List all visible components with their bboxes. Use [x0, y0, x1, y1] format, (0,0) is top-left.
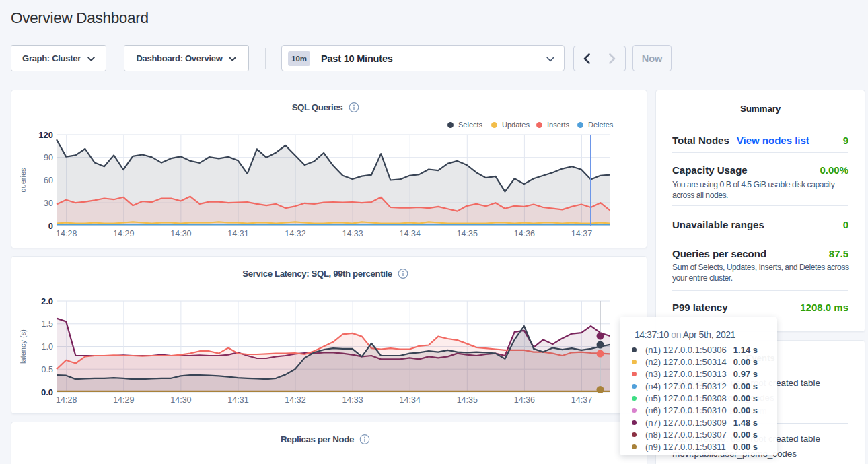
svg-text:60: 60 [44, 176, 53, 185]
svg-text:14:28: 14:28 [56, 395, 77, 405]
svg-text:14:34: 14:34 [400, 229, 421, 238]
svg-text:0.5: 0.5 [42, 365, 53, 374]
svg-text:14:31: 14:31 [227, 395, 248, 405]
svg-text:14:33: 14:33 [342, 229, 363, 238]
svg-text:14:30: 14:30 [170, 229, 191, 238]
svg-text:14:28: 14:28 [56, 229, 77, 238]
svg-text:14:37: 14:37 [571, 395, 592, 405]
svg-text:14:33: 14:33 [342, 395, 363, 405]
svg-text:queries: queries [19, 168, 27, 193]
svg-text:14:32: 14:32 [285, 395, 305, 405]
svg-text:0.0: 0.0 [41, 387, 53, 397]
svg-text:14:36: 14:36 [514, 395, 535, 405]
svg-text:90: 90 [44, 153, 53, 162]
svg-text:14:29: 14:29 [113, 229, 134, 238]
svg-text:14:29: 14:29 [113, 395, 134, 405]
svg-text:14:35: 14:35 [457, 395, 478, 405]
svg-text:1.0: 1.0 [42, 342, 53, 352]
svg-text:14:34: 14:34 [400, 395, 421, 405]
svg-text:14:31: 14:31 [227, 229, 248, 238]
svg-text:14:36: 14:36 [514, 229, 535, 238]
svg-text:0: 0 [48, 221, 53, 231]
svg-text:1.5: 1.5 [42, 319, 53, 329]
svg-text:14:32: 14:32 [285, 229, 305, 238]
svg-text:14:35: 14:35 [457, 229, 478, 238]
svg-text:14:30: 14:30 [170, 395, 191, 405]
svg-text:120: 120 [38, 130, 53, 140]
svg-text:30: 30 [44, 199, 53, 208]
svg-text:latency (s): latency (s) [19, 329, 27, 364]
svg-text:14:37: 14:37 [571, 229, 592, 238]
svg-text:2.0: 2.0 [41, 296, 53, 306]
